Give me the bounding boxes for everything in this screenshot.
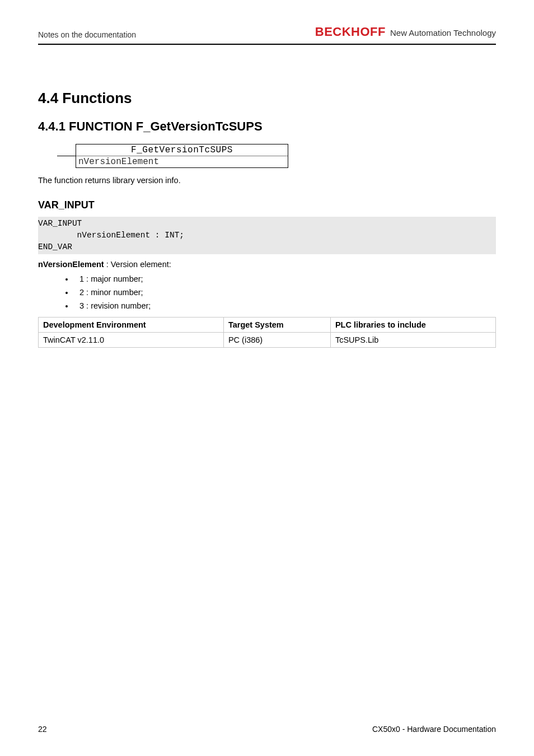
brand-name: BECKHOFF <box>315 25 386 39</box>
nversion-desc: : Version element: <box>104 260 171 269</box>
function-port-row: nVersionElement <box>76 156 288 167</box>
port-connector-line <box>57 156 76 156</box>
list-item: 3 : revision number; <box>74 301 496 310</box>
table-cell-dev-env: TwinCAT v2.11.0 <box>39 333 224 348</box>
nversion-label: nVersionElement <box>38 260 104 269</box>
brand-tagline: New Automation Technology <box>390 28 496 38</box>
table-header-libs: PLC libraries to include <box>330 318 495 333</box>
page-footer: 22 CX50x0 - Hardware Documentation <box>38 725 496 734</box>
heading-fn-getversion: 4.4.1 FUNCTION F_GetVersionTcSUPS <box>38 119 496 134</box>
table-header-target: Target System <box>223 318 330 333</box>
function-title: F_GetVersionTcSUPS <box>76 144 288 156</box>
heading-functions: 4.4 Functions <box>38 90 496 107</box>
content: 4.4 Functions 4.4.1 FUNCTION F_GetVersio… <box>38 90 496 348</box>
list-item: 2 : minor number; <box>74 288 496 297</box>
running-header-left: Notes on the documentation <box>38 30 136 39</box>
table-cell-libs: TcSUPS.Lib <box>330 333 495 348</box>
compatibility-table: Development Environment Target System PL… <box>38 317 496 348</box>
list-item: 1 : major number; <box>74 274 496 283</box>
code-block-var-input: VAR_INPUT nVersionElement : INT; END_VAR <box>38 217 496 254</box>
function-box: F_GetVersionTcSUPS nVersionElement <box>76 144 288 168</box>
brand: BECKHOFF New Automation Technology <box>315 25 496 39</box>
table-row: TwinCAT v2.11.0 PC (i386) TcSUPS.Lib <box>39 333 496 348</box>
page-container: Notes on the documentation BECKHOFF New … <box>0 0 534 756</box>
header-divider <box>38 44 496 45</box>
footer-doc-title: CX50x0 - Hardware Documentation <box>372 725 496 734</box>
table-cell-target: PC (i386) <box>223 333 330 348</box>
function-block-diagram: F_GetVersionTcSUPS nVersionElement <box>57 144 496 168</box>
table-header-dev-env: Development Environment <box>39 318 224 333</box>
footer-page-number: 22 <box>38 725 47 734</box>
function-port-label: nVersionElement <box>76 156 161 167</box>
nversion-line: nVersionElement : Version element: <box>38 260 496 269</box>
running-header: Notes on the documentation BECKHOFF New … <box>38 25 496 43</box>
version-element-list: 1 : major number; 2 : minor number; 3 : … <box>38 274 496 310</box>
function-description: The function returns library version inf… <box>38 176 496 185</box>
heading-var-input: VAR_INPUT <box>38 199 496 211</box>
table-header-row: Development Environment Target System PL… <box>39 318 496 333</box>
